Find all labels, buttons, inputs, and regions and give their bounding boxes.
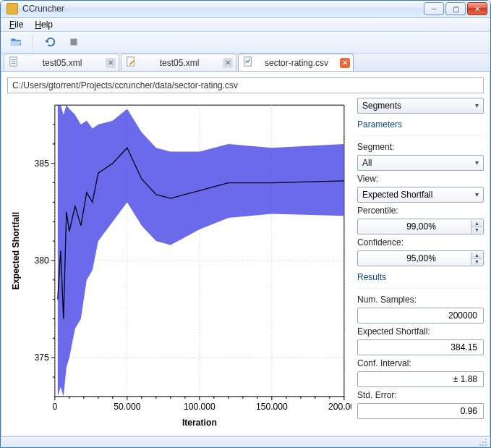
menu-help[interactable]: Help (29, 18, 59, 31)
tab-xml-1[interactable]: test05.xml ✕ (4, 54, 119, 71)
svg-text:380: 380 (34, 255, 48, 266)
tab-close-icon[interactable]: ✕ (106, 58, 116, 68)
statusbar (1, 436, 490, 447)
svg-text:150.000: 150.000 (256, 402, 288, 412)
tabbar: test05.xml ✕ test05.xml ✕ sector-rating.… (1, 54, 490, 72)
menubar: File Help (1, 18, 490, 32)
parameters-title: Parameters (357, 119, 484, 131)
mode-combo[interactable]: Segments (357, 98, 484, 114)
tab-xml-2[interactable]: test05.xml ✕ (121, 54, 236, 71)
xml-file-icon (9, 56, 19, 69)
svg-text:375: 375 (34, 352, 48, 363)
ci-label: Conf. Interval: (357, 358, 484, 368)
results-title: Results (357, 272, 484, 284)
svg-point-59 (485, 439, 487, 440)
num-samples-value[interactable]: 200000 (357, 308, 484, 324)
content-area: C:/Users/gtorrent/Projects/ccruncher/dat… (1, 72, 490, 436)
confidence-spinner[interactable]: 95,00%▲▼ (357, 250, 484, 266)
svg-point-64 (479, 444, 481, 446)
app-window: CCruncher ─ ▢ ✕ File Help test05.xml ✕ t… (0, 0, 491, 448)
xml-edit-icon (126, 56, 136, 69)
tab-label: sector-rating.csv (257, 58, 336, 68)
svg-text:0: 0 (52, 402, 57, 412)
es-value[interactable]: 384.15 (357, 339, 484, 355)
open-button[interactable] (5, 33, 27, 51)
chart: 050.000100.000150.000200.000375380385Ite… (7, 98, 351, 430)
svg-point-63 (482, 444, 484, 446)
segment-combo[interactable]: All (357, 155, 484, 171)
svg-text:100.000: 100.000 (184, 402, 215, 412)
resize-grip-icon[interactable] (479, 438, 487, 447)
minimize-button[interactable]: ─ (424, 2, 444, 15)
es-label: Expected Shortfall: (357, 326, 484, 337)
se-value[interactable]: 0.96 (357, 403, 484, 419)
stop-button[interactable] (63, 33, 85, 51)
close-button[interactable]: ✕ (467, 2, 487, 15)
maximize-button[interactable]: ▢ (445, 2, 466, 15)
toolbar-divider (33, 34, 34, 50)
svg-text:200.000: 200.000 (328, 402, 351, 412)
segment-label: Segment: (357, 142, 484, 152)
se-label: Std. Error: (357, 390, 484, 400)
tab-label: test05.xml (140, 58, 218, 68)
svg-rect-0 (71, 39, 77, 46)
svg-text:Expected Shortfall: Expected Shortfall (11, 212, 21, 289)
refresh-button[interactable] (40, 33, 61, 51)
menu-file[interactable]: File (4, 18, 29, 31)
chart-pane: 050.000100.000150.000200.000375380385Ite… (7, 98, 351, 430)
svg-text:385: 385 (34, 159, 48, 169)
toolbar (1, 32, 490, 54)
svg-text:Iteration: Iteration (182, 418, 217, 428)
svg-text:50.000: 50.000 (114, 402, 140, 412)
svg-point-61 (482, 441, 484, 443)
spin-down-icon[interactable]: ▼ (471, 259, 482, 266)
ci-value[interactable]: ± 1.88 (357, 371, 484, 387)
path-field[interactable]: C:/Users/gtorrent/Projects/ccruncher/dat… (7, 77, 484, 93)
num-samples-label: Num. Samples: (357, 295, 484, 305)
titlebar: CCruncher ─ ▢ ✕ (1, 1, 490, 18)
app-icon (7, 3, 18, 14)
chart-file-icon (243, 56, 253, 69)
tab-close-icon[interactable]: ✕ (340, 58, 350, 68)
window-title: CCruncher (22, 4, 422, 14)
tab-csv-active[interactable]: sector-rating.csv ✕ (238, 54, 354, 71)
spin-down-icon[interactable]: ▼ (471, 227, 482, 234)
tab-close-icon[interactable]: ✕ (223, 58, 233, 68)
spin-up-icon[interactable]: ▲ (471, 220, 482, 227)
side-panel: Segments Parameters Segment: All View: E… (357, 98, 484, 430)
percentile-label: Percentile: (357, 206, 484, 216)
confidence-label: Confidence: (357, 237, 484, 248)
percentile-spinner[interactable]: 99,00%▲▼ (357, 219, 484, 234)
spin-up-icon[interactable]: ▲ (471, 252, 482, 259)
main-area: 050.000100.000150.000200.000375380385Ite… (7, 98, 484, 430)
svg-point-60 (485, 441, 487, 443)
view-label: View: (357, 174, 484, 184)
svg-point-62 (485, 444, 487, 446)
tab-label: test05.xml (23, 58, 101, 68)
view-combo[interactable]: Expected Shortfall (357, 187, 484, 203)
